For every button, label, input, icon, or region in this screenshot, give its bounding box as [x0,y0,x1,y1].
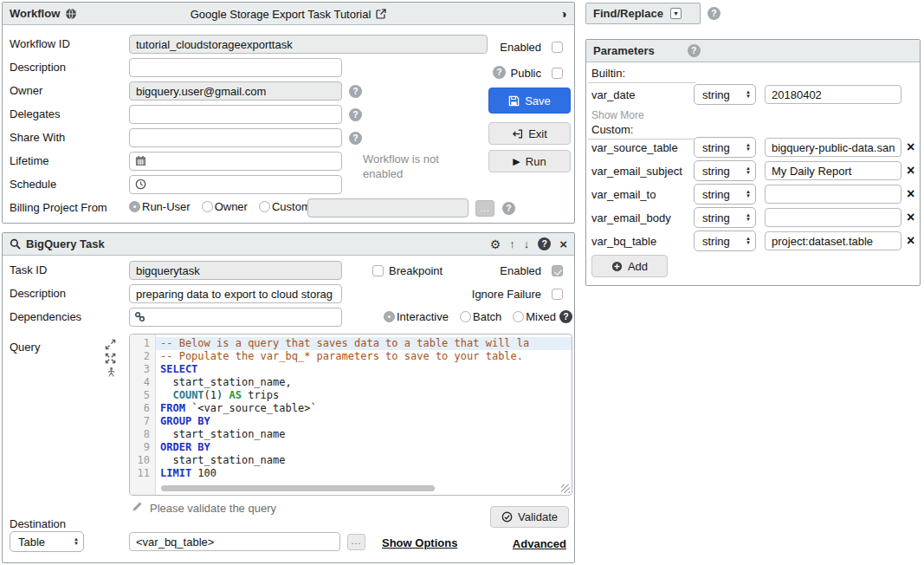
parameter-type-select[interactable]: string▲▼ [694,207,756,228]
format-person-icon[interactable] [106,367,117,378]
parameter-value-input[interactable] [765,85,901,104]
task-enabled-checkbox[interactable] [552,265,563,276]
code-line[interactable]: -- Populate the var_bq_* parameters to s… [156,350,572,363]
parameter-type-select[interactable]: string▲▼ [694,231,756,251]
public-help-icon[interactable] [493,66,506,79]
code-line[interactable]: COUNT(1) AS trips [156,389,572,402]
close-icon[interactable]: × [559,237,567,250]
parameter-type-select[interactable]: string▲▼ [694,160,756,181]
parameters-panel: Parameters Builtin: Show More Custom: Ad… [585,39,921,286]
public-checkbox[interactable] [552,68,563,79]
code-line[interactable]: LIMIT 100 [156,467,572,480]
gear-icon[interactable]: ⚙ [490,238,501,250]
parameter-value-input[interactable] [765,161,901,180]
horizontal-scrollbar[interactable] [161,485,435,491]
parameter-type-select[interactable]: string▲▼ [694,84,756,105]
parameter-type-select[interactable]: string▲▼ [694,184,756,205]
parameter-row: var_email_subjectstring▲▼× [586,160,920,183]
resize-grip[interactable] [561,484,570,493]
dependencies-input[interactable] [129,308,342,327]
billing-custom-input[interactable] [307,198,468,218]
billing-radio-run-user[interactable]: Run-User [129,200,191,213]
query-code[interactable]: -- Below is a query that saves data to a… [156,334,572,495]
exit-button[interactable]: Exit [488,122,571,145]
task-enabled-label: Enabled [453,264,541,277]
find-replace-panel[interactable]: Find/Replace ▾ [585,3,701,24]
code-line[interactable]: start_station_name [156,454,572,467]
delegates-label: Delegates [10,107,61,120]
workflow-doc-title[interactable]: Google Storage Export Task Tutorial [191,8,372,21]
task-id-input[interactable] [129,261,342,280]
mode-radio-interactive[interactable]: Interactive [384,310,449,323]
validate-button[interactable]: Validate [490,506,569,528]
bigquery-panel-title: BigQuery Task [26,237,105,250]
share-with-help-icon[interactable] [349,132,362,145]
parameter-value-input[interactable] [765,138,901,157]
remove-parameter-button[interactable]: × [907,162,914,179]
run-button[interactable]: ▶ Run [488,150,571,172]
parameter-value-input[interactable] [765,231,901,250]
show-more-link[interactable]: Show More [591,109,644,121]
remove-parameter-button[interactable]: × [907,232,914,250]
workflow-status-text: Workflow is not enabled [363,153,471,182]
mode-radio-batch[interactable]: Batch [460,310,501,323]
panel-help-icon[interactable] [538,237,551,250]
share-with-input[interactable] [129,128,342,147]
find-replace-help-icon[interactable] [708,7,720,20]
find-replace-toggle-icon[interactable]: ▾ [670,8,682,19]
parameter-value-input[interactable] [765,185,901,204]
parameter-name: var_email_body [591,211,671,224]
billing-help-icon[interactable] [502,202,515,215]
mode-radio-mixed[interactable]: Mixed [513,310,556,323]
destination-type-select[interactable]: Table ▲▼ [10,531,84,552]
task-description-input[interactable] [129,284,342,303]
radio-icon [460,311,471,322]
code-line[interactable]: SELECT [156,363,572,376]
parameter-value-input[interactable] [765,208,901,227]
external-link-icon[interactable] [376,9,386,19]
remove-parameter-button[interactable]: × [907,209,914,226]
move-down-icon[interactable]: ↓ [524,238,530,250]
delegates-help-icon[interactable] [349,108,362,121]
code-token: COUNT [172,389,204,401]
destination-browse-button[interactable]: ... [347,534,365,550]
code-line[interactable]: start_station_name, [156,376,572,389]
move-up-icon[interactable]: ↑ [509,238,515,250]
ignore-failure-checkbox[interactable] [552,289,563,300]
lifetime-label: Lifetime [10,154,49,167]
save-button[interactable]: Save [488,88,571,114]
mode-help-icon[interactable] [559,310,572,323]
delegates-input[interactable] [129,105,342,124]
fullscreen-icon[interactable] [105,353,116,364]
lifetime-input[interactable] [129,152,342,171]
parameter-row: var_email_bodystring▲▼× [586,207,920,230]
breakpoint-checkbox[interactable] [372,265,384,276]
billing-radio-owner[interactable]: Owner [202,200,248,213]
code-line[interactable]: ORDER BY [156,441,572,454]
advanced-link[interactable]: Advanced [513,537,566,550]
billing-browse-button[interactable]: ... [475,200,494,217]
code-line[interactable]: GROUP BY [156,415,572,428]
workflow-id-input[interactable] [129,35,488,54]
parameter-type-select[interactable]: string▲▼ [694,137,756,158]
schedule-input[interactable] [129,175,342,194]
code-line[interactable]: -- Below is a query that saves data to a… [156,337,572,350]
add-parameter-button[interactable]: Add [591,255,668,277]
owner-help-icon[interactable] [349,85,362,98]
workflow-enabled-checkbox[interactable] [552,42,563,53]
remove-parameter-button[interactable]: × [907,139,914,156]
parameter-type-value: string [702,165,730,178]
owner-input[interactable] [129,81,342,101]
billing-radio-custom[interactable]: Custom [259,200,311,213]
description-input[interactable] [129,58,342,77]
destination-table-input[interactable] [129,532,340,551]
parameters-help-icon[interactable] [688,44,701,57]
code-line[interactable]: start_station_name [156,428,572,441]
code-line[interactable]: FROM `<var_source_table>` [156,402,572,415]
query-editor[interactable]: 1234567891011 -- Below is a query that s… [129,334,572,496]
remove-parameter-button[interactable]: × [907,185,914,203]
destination-label: Destination [10,517,66,530]
expand-icon[interactable] [105,339,116,350]
parameter-row: var_datestring▲▼ [586,84,920,107]
show-options-link[interactable]: Show Options [382,536,457,549]
